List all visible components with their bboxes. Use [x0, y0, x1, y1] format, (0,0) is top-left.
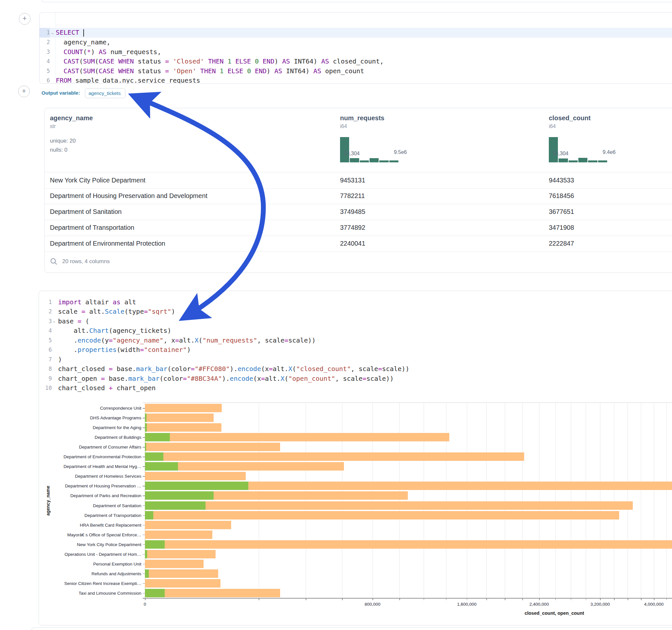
- add-cell-button-top[interactable]: +: [19, 13, 30, 25]
- code-text: base = (: [58, 317, 89, 325]
- x-axis-label: 800,000: [365, 602, 381, 607]
- code-line[interactable]: 4 CAST(SUM(CASE WHEN status = 'Closed' T…: [40, 57, 672, 67]
- code-token: =: [284, 336, 288, 344]
- fold-caret-icon[interactable]: ⌄: [50, 30, 55, 35]
- y-tick: [143, 554, 145, 555]
- code-line[interactable]: 5 CAST(SUM(CASE WHEN status = 'Open' THE…: [40, 66, 672, 76]
- line-number: 2: [40, 39, 50, 45]
- code-line[interactable]: 2 agency_name,: [40, 38, 672, 47]
- code-token: .: [58, 346, 77, 354]
- code-token: chart_closed: [58, 365, 109, 373]
- code-token: WHEN: [118, 67, 134, 75]
- output-variable-label: Output variable:: [42, 90, 80, 96]
- code-text: .encode(y="agency_name", x=alt.X("num_re…: [58, 336, 316, 344]
- y-axis-label: Department of Homeless Services: [75, 474, 141, 479]
- cell-agency-name: Department of Transportation: [50, 220, 134, 236]
- add-cell-button-middle[interactable]: +: [18, 86, 30, 97]
- code-line[interactable]: 3⌄base = (: [39, 316, 672, 326]
- histogram-bar: [340, 137, 349, 162]
- text-cursor: [83, 29, 84, 37]
- output-variable-pill[interactable]: agency_tickets: [85, 88, 125, 98]
- code-line[interactable]: 9chart_open = base.mark_bar(color="#8BC3…: [39, 374, 672, 383]
- code-line[interactable]: 7): [39, 355, 672, 364]
- code-line[interactable]: 4 alt.Chart(agency_tickets): [39, 326, 672, 336]
- y-axis-label: Senior Citizen Rent Increase Exempti…: [64, 581, 141, 586]
- code-token: .: [58, 336, 77, 344]
- code-token: "num_requests": [202, 336, 257, 344]
- line-number: 1: [39, 299, 52, 305]
- bar-closed-count: [145, 443, 280, 451]
- y-tick: [143, 495, 145, 496]
- bar-open-count: [145, 462, 178, 470]
- code-token: Scale: [105, 308, 124, 315]
- sql-code-editor[interactable]: 1⌄SELECT 2 agency_name,3 COUNT(*) AS num…: [40, 13, 672, 83]
- column-header[interactable]: agency_namestrunique: 20nulls: 0: [50, 114, 93, 153]
- code-line[interactable]: 10chart_closed + chart_open: [39, 383, 672, 393]
- code-token: (: [95, 57, 99, 65]
- x-axis-label: 3,200,000: [590, 602, 610, 607]
- column-header[interactable]: num_requestsi6453,3049.5e6: [340, 114, 399, 162]
- code-token: AS: [274, 67, 282, 75]
- code-line[interactable]: 2scale = alt.Scale(type="sqrt"): [39, 307, 672, 317]
- code-token: (x: [261, 365, 269, 373]
- gridline: [586, 403, 586, 598]
- bar-open-count: [145, 550, 147, 558]
- code-token: AS: [282, 57, 290, 65]
- y-tick: [143, 506, 145, 506]
- histogram-bar: [350, 158, 359, 162]
- code-line[interactable]: 1import altair as alt: [39, 297, 672, 307]
- cell-value: 7618456: [549, 188, 574, 204]
- code-token: CAST: [64, 67, 79, 75]
- bar-closed-count: [145, 560, 203, 568]
- table-row[interactable]: Department of Sanitation37494853677651: [45, 204, 672, 220]
- gridline: [614, 403, 614, 598]
- search-icon[interactable]: [50, 258, 58, 265]
- gridline: [522, 403, 523, 598]
- code-token: (: [292, 365, 296, 373]
- code-token: as: [113, 298, 121, 306]
- code-token: "container": [144, 346, 187, 354]
- code-token: alt.: [273, 365, 288, 373]
- table-row[interactable]: Department of Housing Preservation and D…: [45, 188, 672, 204]
- bar-closed-count: [145, 472, 246, 480]
- code-token: COUNT: [64, 48, 83, 56]
- table-row[interactable]: Department of Transportation377489234719…: [45, 220, 672, 236]
- table-row[interactable]: Department of Environmental Protection22…: [45, 236, 672, 252]
- gridline: [505, 403, 505, 598]
- code-token: (width: [117, 346, 140, 354]
- code-line[interactable]: 8chart_closed = base.mark_bar(color="#FF…: [39, 364, 672, 374]
- code-token: 'Open': [173, 67, 196, 75]
- code-token: [56, 48, 64, 56]
- column-histogram: [549, 137, 607, 162]
- code-line[interactable]: 1⌄SELECT: [40, 28, 672, 38]
- code-token: [56, 67, 64, 75]
- code-token: =: [183, 374, 187, 382]
- code-token: ).: [230, 365, 238, 373]
- code-token: encode: [238, 365, 261, 373]
- code-token: WHEN: [118, 57, 134, 65]
- python-code-editor[interactable]: 1import altair as alt2scale = alt.Scale(…: [39, 291, 672, 395]
- code-token: [243, 67, 247, 75]
- y-axis-label: Taxi and Limousine Commission: [78, 590, 141, 595]
- y-axis-label: Department for the Aging: [93, 425, 141, 430]
- sql-cell[interactable]: 1⌄SELECT 2 agency_name,3 COUNT(*) AS num…: [39, 12, 672, 83]
- fold-caret-icon[interactable]: ⌄: [52, 319, 56, 323]
- histogram-max-label: 9.5e6: [394, 149, 407, 155]
- bar-closed-count: [145, 570, 218, 578]
- code-token: import: [58, 298, 81, 306]
- code-token: (type: [124, 308, 144, 315]
- line-number: 4: [39, 327, 52, 334]
- table-row[interactable]: New York City Police Department945313194…: [45, 172, 672, 189]
- code-line[interactable]: 6FROM sample_data.nyc.service_requests: [40, 76, 672, 84]
- code-token: "#FFC080": [194, 365, 230, 373]
- code-token: =: [109, 336, 113, 344]
- chart-y-axis-title: agency_name: [45, 486, 51, 516]
- code-token: CAST: [64, 57, 79, 65]
- y-tick: [143, 437, 145, 438]
- code-line[interactable]: 5 .encode(y="agency_name", x=alt.X("num_…: [39, 335, 672, 345]
- y-tick: [143, 593, 145, 594]
- column-header[interactable]: closed_counti6453,3049.4e6: [549, 114, 607, 162]
- y-tick: [143, 418, 145, 418]
- code-line[interactable]: 3 COUNT(*) AS num_requests,: [40, 47, 672, 57]
- code-line[interactable]: 6 .properties(width="container"): [39, 345, 672, 355]
